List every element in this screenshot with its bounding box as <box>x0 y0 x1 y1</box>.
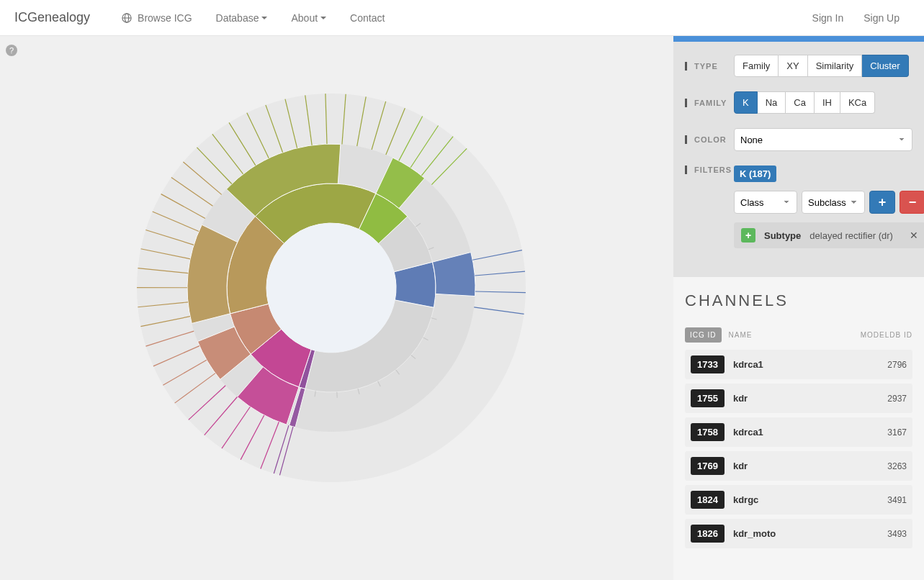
navbar-right: Sign In Sign Up <box>802 1 910 35</box>
applied-filter: + Subtype delayed rectifier (dr) ✕ <box>734 222 924 248</box>
family-buttons: KNaCaIHKCa <box>734 91 875 114</box>
channel-name: kdr_moto <box>733 528 887 539</box>
channel-name: kdrgc <box>733 494 887 505</box>
filter-selects: Class Subclass + − <box>734 191 924 214</box>
subclass-select[interactable]: Subclass <box>802 191 865 214</box>
navbar: ICGenealogy Browse ICG Database About Co… <box>0 0 924 36</box>
plus-icon: + <box>741 228 755 243</box>
channel-name: kdrca1 <box>733 427 887 438</box>
filters-row: FILTERS K (187) Class Subclass + − + Sub… <box>685 166 912 248</box>
filters-label: FILTERS <box>685 166 727 174</box>
channel-modeldb-id: 2796 <box>887 360 907 370</box>
icg-id-header[interactable]: ICG ID <box>685 327 722 343</box>
color-row: COLOR None <box>685 128 912 151</box>
channel-icg-id: 1824 <box>691 491 725 509</box>
channel-name: kdr <box>733 461 887 471</box>
applied-filter-value: delayed rectifier (dr) <box>809 230 901 241</box>
filters-block: K (187) Class Subclass + − + Subtype del… <box>734 166 924 248</box>
family-btn-k[interactable]: K <box>734 91 758 114</box>
name-header: NAME <box>729 331 753 339</box>
nav-contact[interactable]: Contact <box>340 1 395 35</box>
remove-filter-button[interactable]: − <box>900 191 924 214</box>
sidebar: TYPE FamilyXYSimilarityCluster FAMILY KN… <box>673 36 924 580</box>
family-label: FAMILY <box>685 99 727 107</box>
main: ? TYPE FamilyXYSimilarityCluster FAMILY … <box>0 36 924 580</box>
type-btn-similarity[interactable]: Similarity <box>808 55 863 77</box>
channel-name: kdr <box>733 393 887 404</box>
brand[interactable]: ICGenealogy <box>14 10 90 25</box>
channel-row[interactable]: 1733kdrca12796 <box>685 350 912 379</box>
channel-name: kdrca1 <box>733 359 887 370</box>
nav-about[interactable]: About <box>281 1 336 35</box>
channel-row[interactable]: 1755kdr2937 <box>685 384 912 413</box>
family-btn-na[interactable]: Na <box>758 91 786 114</box>
type-label: TYPE <box>685 62 727 71</box>
type-btn-family[interactable]: Family <box>734 55 779 77</box>
channel-row[interactable]: 1758kdrca13167 <box>685 417 912 447</box>
family-btn-ih[interactable]: IH <box>815 91 840 114</box>
channel-row[interactable]: 1824kdrgc3491 <box>685 485 912 515</box>
channel-row[interactable]: 1826kdr_moto3493 <box>685 519 912 548</box>
channels-section: CHANNELS ICG ID NAME MODELDB ID 1733kdrc… <box>673 277 924 580</box>
channel-icg-id: 1758 <box>691 423 725 441</box>
class-select[interactable]: Class <box>734 191 797 214</box>
caret-icon <box>261 17 267 19</box>
channel-icg-id: 1826 <box>691 525 725 543</box>
type-btn-cluster[interactable]: Cluster <box>862 55 908 77</box>
family-btn-ca[interactable]: Ca <box>786 91 815 114</box>
filter-chip[interactable]: K (187) <box>734 166 776 182</box>
channels-title: CHANNELS <box>685 291 912 310</box>
channel-rows: 1733kdrca127961755kdr29371758kdrca131671… <box>685 350 912 548</box>
type-btn-xy[interactable]: XY <box>779 55 807 77</box>
type-row: TYPE FamilyXYSimilarityCluster <box>685 55 912 77</box>
family-row: FAMILY KNaCaIHKCa <box>685 91 912 114</box>
channel-modeldb-id: 3263 <box>887 461 907 471</box>
family-btn-kca[interactable]: KCa <box>840 91 875 114</box>
close-icon[interactable]: ✕ <box>910 230 918 241</box>
channel-modeldb-id: 3493 <box>887 529 907 539</box>
caret-icon <box>320 17 326 19</box>
add-filter-button[interactable]: + <box>869 191 895 214</box>
modeldb-header: MODELDB ID <box>861 331 912 339</box>
applied-filter-label: Subtype <box>764 230 801 241</box>
sunburst-chart[interactable] <box>130 86 533 489</box>
channels-header: ICG ID NAME MODELDB ID <box>685 327 912 343</box>
channel-modeldb-id: 3491 <box>887 495 907 505</box>
svg-point-58 <box>266 223 396 353</box>
type-buttons: FamilyXYSimilarityCluster <box>734 55 909 77</box>
channel-icg-id: 1733 <box>691 355 725 373</box>
color-select[interactable]: None <box>734 128 912 151</box>
sidebar-topbar <box>673 36 924 42</box>
channel-icg-id: 1769 <box>691 457 725 475</box>
channel-row[interactable]: 1769kdr3263 <box>685 451 912 481</box>
channel-modeldb-id: 3167 <box>887 427 907 438</box>
viz-area: ? <box>0 36 673 580</box>
help-icon[interactable]: ? <box>6 45 17 56</box>
signup-link[interactable]: Sign Up <box>853 1 910 35</box>
globe-icon <box>122 13 132 23</box>
signin-link[interactable]: Sign In <box>802 1 854 35</box>
channel-modeldb-id: 2937 <box>887 394 907 404</box>
color-label: COLOR <box>685 135 727 144</box>
nav-browse[interactable]: Browse ICG <box>112 1 202 35</box>
controls-panel: TYPE FamilyXYSimilarityCluster FAMILY KN… <box>673 42 924 263</box>
navbar-left: ICGenealogy Browse ICG Database About Co… <box>14 1 395 35</box>
nav-database[interactable]: Database <box>206 1 278 35</box>
channel-icg-id: 1755 <box>691 389 725 407</box>
